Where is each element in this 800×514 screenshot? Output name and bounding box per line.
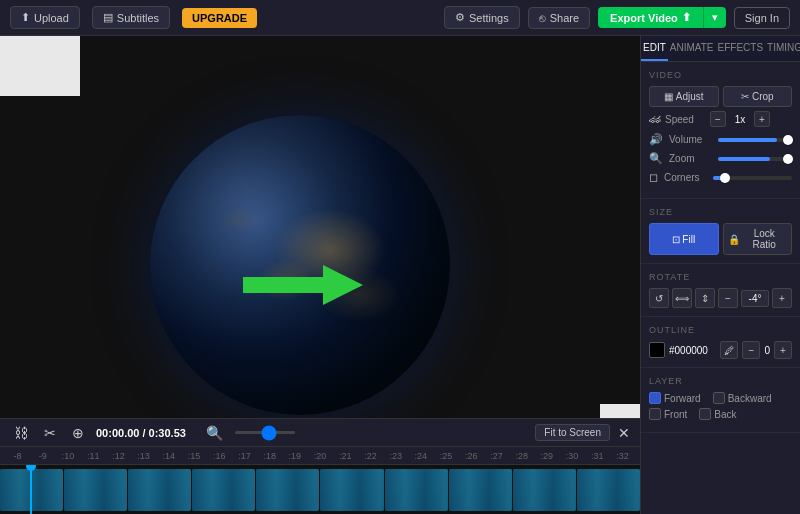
panel-tabs: EDIT ANIMATE EFFECTS TIMING	[641, 36, 800, 62]
backward-checkbox[interactable]	[713, 392, 725, 404]
video-clip-4[interactable]	[192, 469, 255, 511]
speed-row: 🏎 Speed − 1x +	[649, 111, 792, 127]
timeline-link-button[interactable]: ⛓	[10, 423, 32, 443]
zoom-fill	[718, 157, 770, 161]
upload-button[interactable]: ⬆ Upload	[10, 6, 80, 29]
tab-effects[interactable]: EFFECTS	[716, 36, 766, 61]
layer-row-2: Front Back	[649, 408, 792, 420]
corners-slider[interactable]	[713, 176, 792, 180]
timeline-area: ⛓ ✂ ⊕ 00:00.00 / 0:30.53 🔍 Fit to Screen…	[0, 418, 640, 514]
outline-decrease-button[interactable]: −	[742, 341, 760, 359]
export-dropdown-button[interactable]: ▾	[703, 7, 726, 28]
clip-thumbnail	[577, 469, 640, 511]
timeline-ruler: -8 -9 :10 :11 :12 :13 :14 :15 :16 :17 :1…	[0, 447, 640, 465]
speed-label: Speed	[665, 114, 710, 125]
video-clip-6[interactable]	[320, 469, 383, 511]
size-section-label: SIZE	[649, 207, 792, 217]
timeline-track[interactable]	[0, 465, 640, 514]
video-clip-3[interactable]	[128, 469, 191, 511]
video-clip-2[interactable]	[64, 469, 127, 511]
topbar-left: ⬆ Upload ▤ Subtitles UPGRADE	[10, 6, 257, 29]
timeline-playhead	[30, 465, 32, 514]
settings-button[interactable]: ⚙ Settings	[444, 6, 520, 29]
tab-animate[interactable]: ANIMATE	[668, 36, 716, 61]
speed-controls: − 1x +	[710, 111, 770, 127]
clip-thumbnail	[320, 469, 383, 511]
share-button[interactable]: ⎋ Share	[528, 7, 590, 29]
size-row: ⊡ Fill 🔒 Lock Ratio	[649, 223, 792, 255]
rotate-flip-h-button[interactable]: ⟺	[672, 288, 692, 308]
main-area: ⛓ ✂ ⊕ 00:00.00 / 0:30.53 🔍 Fit to Screen…	[0, 36, 800, 514]
outline-section: OUTLINE #000000 🖉 − 0 +	[641, 317, 800, 368]
front-checkbox[interactable]	[649, 408, 661, 420]
export-button[interactable]: Export Video ⬆	[598, 7, 703, 28]
zoom-thumb	[783, 154, 793, 164]
rotate-ccw-button[interactable]: ↺	[649, 288, 669, 308]
lock-icon: 🔒	[728, 234, 740, 245]
fit-to-screen-button[interactable]: Fit to Screen	[535, 424, 610, 441]
video-clip-9[interactable]	[513, 469, 576, 511]
svg-marker-0	[243, 265, 363, 305]
speed-icon: 🏎	[649, 112, 661, 126]
clip-thumbnail	[192, 469, 255, 511]
speed-increase-button[interactable]: +	[754, 111, 770, 127]
topbar-right: ⚙ Settings ⎋ Share Export Video ⬆ ▾ Sign…	[444, 6, 790, 29]
layer-row-1: Forward Backward	[649, 392, 792, 404]
outline-color-swatch[interactable]	[649, 342, 665, 358]
tab-edit[interactable]: EDIT	[641, 36, 668, 61]
timeline-split-button[interactable]: ✂	[40, 423, 60, 443]
video-clip-10[interactable]	[577, 469, 640, 511]
outline-eyedropper-button[interactable]: 🖉	[720, 341, 738, 359]
back-checkbox[interactable]	[699, 408, 711, 420]
canvas-corner-topleft	[0, 36, 80, 96]
share-icon: ⎋	[539, 12, 546, 24]
crop-button[interactable]: ✂ Crop	[723, 86, 793, 107]
rotate-increase-button[interactable]: +	[772, 288, 792, 308]
video-clip-7[interactable]	[385, 469, 448, 511]
rotate-section-label: ROTATE	[649, 272, 792, 282]
front-check[interactable]: Front	[649, 408, 687, 420]
speed-decrease-button[interactable]: −	[710, 111, 726, 127]
rotate-decrease-button[interactable]: −	[718, 288, 738, 308]
adjust-button[interactable]: ▦ Adjust	[649, 86, 719, 107]
volume-label: Volume	[669, 134, 714, 145]
adjust-icon: ▦	[664, 91, 673, 102]
upgrade-button[interactable]: UPGRADE	[182, 8, 257, 28]
rotate-flip-v-button[interactable]: ⇕	[695, 288, 715, 308]
timeline-center-button[interactable]: ⊕	[68, 423, 88, 443]
rotate-section: ROTATE ↺ ⟺ ⇕ − -4° +	[641, 264, 800, 317]
volume-row: 🔊 Volume	[649, 133, 792, 146]
lock-ratio-button[interactable]: 🔒 Lock Ratio	[723, 223, 793, 255]
outline-value: 0	[764, 345, 770, 356]
forward-check[interactable]: Forward	[649, 392, 701, 404]
tab-timing[interactable]: TIMING	[765, 36, 800, 61]
outline-section-label: OUTLINE	[649, 325, 792, 335]
timeline-close-button[interactable]: ✕	[618, 425, 630, 441]
video-clip-8[interactable]	[449, 469, 512, 511]
size-section: SIZE ⊡ Fill 🔒 Lock Ratio	[641, 199, 800, 264]
zoom-label: Zoom	[669, 153, 714, 164]
export-group: Export Video ⬆ ▾	[598, 7, 726, 28]
fill-button[interactable]: ⊡ Fill	[649, 223, 719, 255]
zoom-slider[interactable]	[235, 431, 295, 434]
subtitles-button[interactable]: ▤ Subtitles	[92, 6, 170, 29]
corners-row: ◻ Corners	[649, 171, 792, 184]
volume-slider[interactable]	[718, 138, 792, 142]
volume-fill	[718, 138, 777, 142]
speed-value: 1x	[730, 114, 750, 125]
upload-icon: ⬆	[21, 11, 30, 24]
clip-thumbnail	[513, 469, 576, 511]
video-clip-5[interactable]	[256, 469, 319, 511]
forward-checkbox[interactable]	[649, 392, 661, 404]
corners-icon: ◻	[649, 171, 658, 184]
zoom-slider-panel[interactable]	[718, 157, 792, 161]
video-section-label: VIDEO	[649, 70, 792, 80]
zoom-out-button[interactable]: 🔍	[202, 423, 227, 443]
backward-check[interactable]: Backward	[713, 392, 772, 404]
signin-button[interactable]: Sign In	[734, 7, 790, 29]
back-check[interactable]: Back	[699, 408, 736, 420]
layer-section-label: LAYER	[649, 376, 792, 386]
volume-thumb	[783, 135, 793, 145]
video-btn-row: ▦ Adjust ✂ Crop	[649, 86, 792, 107]
outline-increase-button[interactable]: +	[774, 341, 792, 359]
